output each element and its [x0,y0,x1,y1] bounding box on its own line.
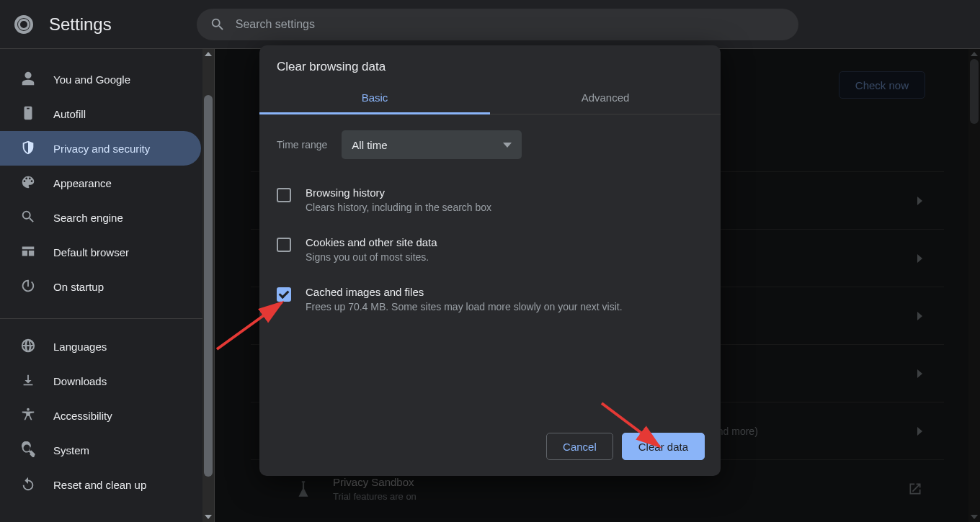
option-text: Browsing historyClears history, includin… [306,186,491,213]
sidebar-item-label: You and Google [53,73,130,86]
sidebar-item-privacy-and-security[interactable]: Privacy and security [0,131,201,166]
search-settings-bar[interactable] [197,9,798,40]
appearance-icon [20,174,36,192]
sidebar-item-label: Autofill [53,108,86,120]
sidebar-item-label: Reset and clean up [53,479,146,491]
default-browser-icon [20,243,36,261]
scroll-thumb[interactable] [204,95,213,477]
reset-and-clean-up-icon [20,476,36,494]
search-engine-icon [20,209,36,227]
languages-icon [20,338,36,356]
sidebar-item-label: Downloads [53,375,107,387]
sidebar-item-label: Search engine [53,212,123,224]
sidebar-item-accessibility[interactable]: Accessibility [0,398,201,433]
header-left: Settings [14,14,112,35]
page-title: Settings [49,14,112,35]
search-input[interactable] [236,18,785,31]
sidebar-divider [0,318,214,319]
sidebar-scrollbar[interactable] [202,49,214,522]
on-startup-icon [20,278,36,296]
sidebar-item-default-browser[interactable]: Default browser [0,235,201,269]
sidebar: You and GoogleAutofillPrivacy and securi… [0,49,215,522]
sidebar-item-label: Default browser [53,246,129,258]
sidebar-item-you-and-google[interactable]: You and Google [0,62,201,96]
option-sub: Signs you out of most sites. [306,251,437,263]
sidebar-item-downloads[interactable]: Downloads [0,364,201,398]
tab-basic[interactable]: Basic [259,81,490,114]
dialog-title: Clear browsing data [259,45,721,81]
system-icon [20,441,36,459]
cancel-button[interactable]: Cancel [546,433,613,460]
option-text: Cached images and filesFrees up 70.4 MB.… [306,286,623,312]
sidebar-item-label: Languages [53,341,107,353]
option-checkbox[interactable] [277,238,291,252]
sidebar-item-search-engine[interactable]: Search engine [0,200,201,235]
scroll-down-icon[interactable] [205,515,212,519]
time-range-label: Time range [277,139,327,150]
sidebar-item-system[interactable]: System [0,433,201,467]
sidebar-item-label: Appearance [53,177,112,189]
option-checkbox[interactable] [277,188,291,202]
autofill-icon [20,105,36,123]
app-header: Settings [0,0,980,49]
option-sub: Clears history, including in the search … [306,202,491,213]
option-sub: Frees up 70.4 MB. Some sites may load mo… [306,301,623,312]
time-range-select[interactable]: All time [342,130,522,159]
clear-option-row: Cookies and other site dataSigns you out… [277,229,703,279]
clear-option-row: Cached images and filesFrees up 70.4 MB.… [277,279,703,328]
sidebar-item-appearance[interactable]: Appearance [0,166,201,200]
downloads-icon [20,372,36,390]
option-text: Cookies and other site dataSigns you out… [306,236,437,263]
sidebar-item-reset-and-clean-up[interactable]: Reset and clean up [0,467,201,502]
clear-data-button[interactable]: Clear data [622,433,705,460]
dialog-tabs: Basic Advanced [259,81,721,114]
sidebar-item-label: Privacy and security [53,143,150,155]
sidebar-item-languages[interactable]: Languages [0,329,201,364]
you-and-google-icon [20,71,36,89]
scroll-up-icon[interactable] [205,52,212,56]
accessibility-icon [20,407,36,425]
sidebar-item-label: Accessibility [53,410,112,422]
clear-option-row: Browsing historyClears history, includin… [277,179,703,229]
search-icon [210,17,226,32]
dialog-body: Time range All time Browsing historyClea… [259,114,721,420]
sidebar-item-label: System [53,444,89,456]
tab-advanced[interactable]: Advanced [490,81,721,114]
privacy-and-security-icon [20,140,36,158]
clear-browsing-data-dialog: Clear browsing data Basic Advanced Time … [259,45,721,476]
time-range-row: Time range All time [277,130,703,159]
option-title: Browsing history [306,186,491,199]
option-checkbox[interactable] [277,287,291,302]
sidebar-item-autofill[interactable]: Autofill [0,96,201,131]
option-title: Cookies and other site data [306,236,437,248]
time-range-value: All time [352,139,387,151]
sidebar-item-on-startup[interactable]: On startup [0,269,201,304]
chrome-logo-icon [14,15,33,34]
dropdown-arrow-icon [503,143,512,148]
sidebar-item-label: On startup [53,281,104,293]
dialog-footer: Cancel Clear data [259,420,721,476]
option-title: Cached images and files [306,286,623,298]
